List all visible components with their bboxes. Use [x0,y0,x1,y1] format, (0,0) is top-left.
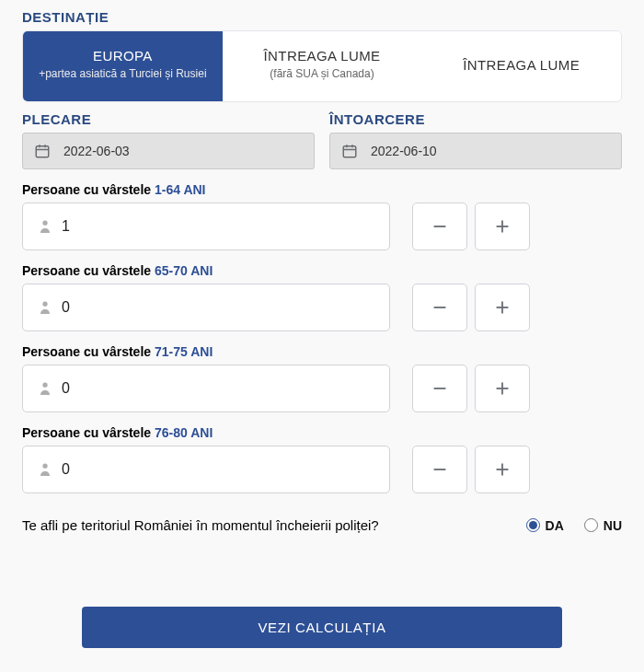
destination-label: DESTINAȚIE [22,9,622,25]
svg-rect-4 [343,146,356,157]
age-65-70-input[interactable]: 0 [22,284,390,331]
plus-icon [492,216,512,237]
svg-rect-0 [36,146,49,157]
minus-icon [430,459,450,480]
minus-icon [430,297,450,318]
submit-button[interactable]: VEZI CALCULAȚIA [82,607,562,648]
return-label: ÎNTOARCERE [329,111,622,127]
increment-button[interactable] [475,203,530,250]
age-group-label: Persoane cu vârstele 1-64 ANI [22,182,622,197]
increment-button[interactable] [475,446,530,493]
age-1-64-input[interactable]: 1 [22,203,390,250]
plus-icon [492,297,512,318]
calendar-icon [34,143,51,159]
decrement-button[interactable] [412,446,467,493]
person-icon [40,382,51,395]
in-romania-question: Te afli pe teritoriul României în moment… [22,517,379,533]
age-76-80-input[interactable]: 0 [22,446,390,493]
age-group-label: Persoane cu vârstele 76-80 ANI [22,425,622,440]
tab-world[interactable]: ÎNTREAGA LUME [421,31,621,101]
svg-point-16 [42,383,47,388]
age-count: 0 [62,299,70,316]
tab-title: ÎNTREAGA LUME [429,57,614,73]
increment-button[interactable] [475,365,530,412]
age-group-label: Persoane cu vârstele 65-70 ANI [22,263,622,278]
age-count: 0 [62,461,70,478]
plus-icon [492,378,512,399]
person-icon [40,220,51,233]
svg-point-8 [42,221,47,226]
age-group-label: Persoane cu vârstele 71-75 ANI [22,344,622,359]
departure-label: PLECARE [22,111,315,127]
tab-title: EUROPA [30,48,215,64]
age-71-75-input[interactable]: 0 [22,365,390,412]
increment-button[interactable] [475,284,530,331]
return-value: 2022-06-10 [371,144,437,158]
return-input[interactable]: 2022-06-10 [329,133,622,169]
plus-icon [492,459,512,480]
minus-icon [430,216,450,237]
calendar-icon [341,143,358,159]
svg-point-20 [42,464,47,469]
tab-title: ÎNTREAGA LUME [230,48,415,64]
departure-input[interactable]: 2022-06-03 [22,133,315,169]
decrement-button[interactable] [412,203,467,250]
tab-world-no-us-canada[interactable]: ÎNTREAGA LUME (fără SUA și Canada) [223,31,422,101]
destination-tabs: EUROPA +partea asiatică a Turciei și Rus… [22,30,622,102]
person-icon [40,301,51,314]
person-icon [40,463,51,476]
minus-icon [430,378,450,399]
tab-sub: (fără SUA și Canada) [230,66,415,81]
radio-yes[interactable]: DA [526,518,564,533]
tab-sub: +partea asiatică a Turciei și Rusiei [30,66,215,81]
tab-europa[interactable]: EUROPA +partea asiatică a Turciei și Rus… [23,31,223,101]
svg-point-12 [42,302,47,307]
decrement-button[interactable] [412,365,467,412]
decrement-button[interactable] [412,284,467,331]
radio-no[interactable]: NU [584,518,622,533]
age-count: 0 [62,380,70,397]
age-count: 1 [62,218,70,235]
departure-value: 2022-06-03 [63,144,130,158]
